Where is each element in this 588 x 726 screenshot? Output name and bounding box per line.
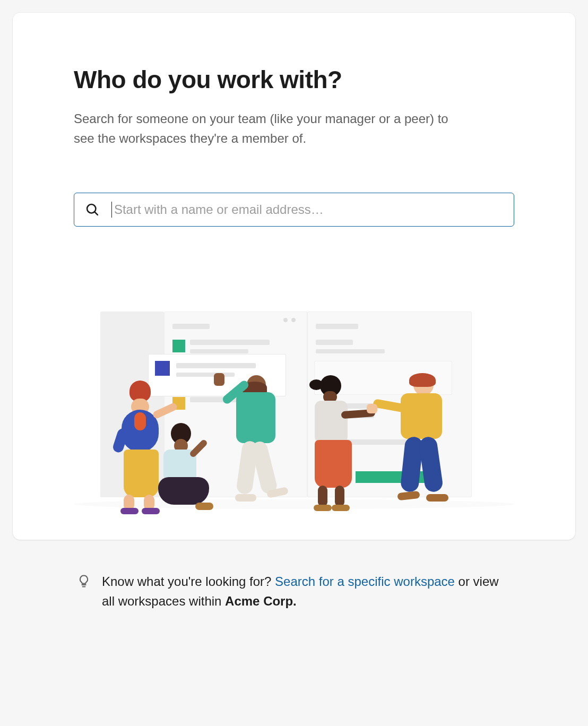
lightbulb-icon [76,574,91,589]
search-input[interactable] [114,202,503,217]
team-illustration [74,306,514,524]
onboarding-card: Who do you work with? Search for someone… [13,13,575,540]
search-workspace-link[interactable]: Search for a specific workspace [275,574,455,589]
page-subtitle: Search for someone on your team (like yo… [74,109,456,148]
tip-lead: Know what you're looking for? [102,574,275,589]
tip-row: Know what you're looking for? Search for… [71,572,517,611]
search-field[interactable] [74,193,514,227]
tip-text: Know what you're looking for? Search for… [102,572,512,611]
search-icon [85,202,100,217]
svg-line-1 [94,212,98,215]
org-name: Acme Corp. [225,594,297,608]
text-cursor [111,202,112,218]
page-title: Who do you work with? [74,66,514,94]
